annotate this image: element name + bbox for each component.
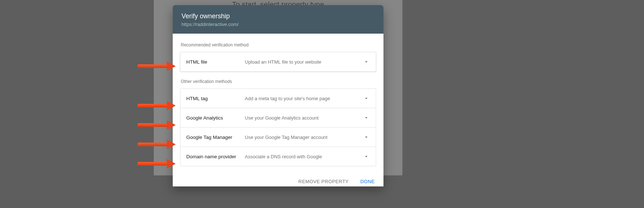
method-name: HTML tag: [186, 96, 245, 101]
other-methods-card: HTML tag Add a meta tag to your site's h…: [180, 88, 376, 166]
method-name: Domain name provider: [186, 154, 245, 159]
chevron-down-icon: [363, 153, 370, 160]
method-name: Google Tag Manager: [186, 135, 245, 140]
chevron-down-icon: [363, 133, 370, 141]
recommended-method-card: HTML file Upload an HTML file to your we…: [180, 52, 376, 72]
method-desc: Associate a DNS record with Google: [245, 154, 363, 159]
method-desc: Use your Google Tag Manager account: [245, 135, 363, 140]
dialog-header: Verify ownership https://raddinteractive…: [173, 5, 383, 34]
dialog-title: Verify ownership: [181, 12, 375, 20]
other-section-label: Other verification methods: [181, 79, 376, 84]
done-button[interactable]: DONE: [359, 177, 376, 186]
method-name: HTML file: [186, 59, 245, 65]
method-name: Google Analytics: [186, 115, 245, 121]
chevron-down-icon: [363, 114, 370, 121]
recommended-section-label: Recommended verification method: [181, 42, 376, 48]
method-desc: Add a meta tag to your site's home page: [245, 96, 363, 101]
method-desc: Use your Google Analytics account: [245, 115, 363, 121]
method-google-tag-manager[interactable]: Google Tag Manager Use your Google Tag M…: [180, 127, 376, 147]
method-domain-name-provider[interactable]: Domain name provider Associate a DNS rec…: [180, 147, 376, 166]
dialog-body: Recommended verification method HTML fil…: [173, 34, 383, 166]
method-html-tag[interactable]: HTML tag Add a meta tag to your site's h…: [180, 89, 376, 108]
dialog-subtitle: https://raddinteractive.com/: [181, 22, 375, 27]
chevron-down-icon: [363, 58, 370, 65]
verify-ownership-dialog: Verify ownership https://raddinteractive…: [173, 5, 383, 186]
remove-property-button[interactable]: REMOVE PROPERTY: [297, 177, 350, 186]
chevron-down-icon: [363, 95, 370, 102]
method-html-file[interactable]: HTML file Upload an HTML file to your we…: [180, 52, 376, 71]
method-google-analytics[interactable]: Google Analytics Use your Google Analyti…: [180, 108, 376, 127]
dialog-footer: REMOVE PROPERTY DONE: [173, 171, 383, 186]
method-desc: Upload an HTML file to your website: [245, 59, 363, 65]
